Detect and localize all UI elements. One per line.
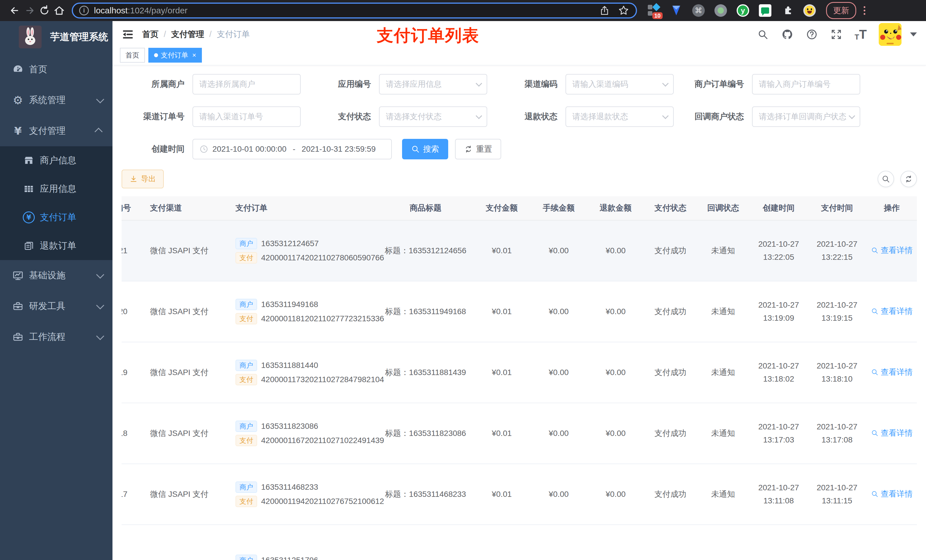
search-icon[interactable] (757, 28, 769, 41)
browser-back-button[interactable] (8, 3, 22, 18)
sidebar: 芋道管理系统 首页 ⚙ 系统管理 ¥ 支付管理 (0, 21, 112, 560)
merchant-tag: 商户 (236, 238, 257, 249)
cell-title: 标题：1635311949168 (378, 281, 473, 342)
tag-close-icon[interactable]: × (192, 51, 196, 59)
merchant-select[interactable] (192, 74, 301, 95)
table-row: 20 微信 JSAPI 支付 商户 1635311949168 支付 42000… (122, 281, 917, 342)
extensions-puzzle-icon[interactable] (781, 4, 794, 17)
chat-extension-icon[interactable] (758, 4, 772, 17)
sidebar-item-workflow[interactable]: 工作流程 (0, 322, 112, 352)
chevron-down-icon (849, 112, 855, 119)
browser-update-button[interactable]: 更新 (826, 2, 856, 19)
breadcrumb-pay-management[interactable]: 支付管理 (171, 29, 204, 40)
command-extension-icon[interactable]: ⌘ (691, 4, 705, 17)
sidebar-item-pay-order[interactable]: ¥ 支付订单 (0, 203, 112, 232)
filter-label-app: 应用编号 (312, 78, 379, 90)
refund-status-select[interactable]: 请选择退款状态 (566, 106, 674, 127)
merchant-order-no: 1635311881440 (261, 361, 318, 370)
export-button[interactable]: 导出 (122, 170, 164, 189)
recorder-extension-icon[interactable] (714, 4, 728, 17)
search-button[interactable]: 搜索 (402, 139, 448, 159)
grid-icon (22, 183, 35, 195)
show-search-button[interactable] (878, 171, 894, 187)
breadcrumb-separator: / (209, 30, 212, 39)
channel-code-select[interactable]: 请输入渠道编码 (566, 74, 674, 95)
browser-forward-button[interactable] (22, 3, 37, 18)
cell-actions: 查看详情 (866, 220, 917, 281)
page-annotation-title: 支付订单列表 (377, 24, 479, 47)
sidebar-item-payment[interactable]: ¥ 支付管理 (0, 116, 112, 146)
tag-home[interactable]: 首页 (120, 48, 145, 63)
sidebar-logo-row[interactable]: 芋道管理系统 (0, 21, 112, 53)
profile-emoji-icon[interactable] (803, 4, 816, 17)
col-status: 支付状态 (644, 196, 697, 220)
help-icon[interactable] (805, 28, 818, 41)
site-info-icon[interactable]: i (79, 6, 89, 15)
cell-refund: ¥0.00 (587, 464, 644, 525)
cell-id: 20 (122, 281, 144, 342)
kite-extension-icon[interactable] (669, 4, 683, 17)
browser-menu-icon[interactable] (864, 6, 865, 15)
search-icon (871, 308, 878, 315)
cell-pay-order: 商户 1635311823086 支付 42000011672021102710… (230, 403, 378, 464)
refresh-table-button[interactable] (900, 171, 917, 187)
col-channel: 支付渠道 (144, 196, 230, 220)
tag-pay-order[interactable]: 支付订单 × (148, 48, 202, 63)
table-row: 21 微信 JSAPI 支付 商户 1635312124657 支付 42000… (122, 220, 917, 281)
reset-button[interactable]: 重置 (455, 139, 501, 159)
sidebar-item-dev-tools[interactable]: 研发工具 (0, 291, 112, 322)
view-detail-link[interactable]: 查看详情 (871, 306, 912, 317)
breadcrumb-separator: / (164, 30, 166, 39)
notify-status-select[interactable]: 请选择订单回调商户状态 (752, 106, 860, 127)
merchant-order-no-input[interactable] (759, 80, 853, 89)
cell-status: 支付成功 (644, 281, 697, 342)
view-detail-link[interactable]: 查看详情 (871, 367, 912, 377)
date-separator: - (293, 145, 295, 154)
merchant-tag: 商户 (236, 360, 257, 371)
cell-title: 标题：1635312124656 (378, 220, 473, 281)
cell-notify: 未通知 (697, 403, 749, 464)
sidebar-item-infrastructure[interactable]: 基础设施 (0, 260, 112, 291)
merchant-order-no-field[interactable] (752, 74, 860, 95)
col-created: 创建时间 (749, 196, 808, 220)
view-detail-link[interactable]: 查看详情 (871, 489, 912, 500)
font-size-icon[interactable]: TT (855, 28, 867, 41)
bookmark-star-icon[interactable] (617, 5, 629, 17)
pay-status-select[interactable]: 请选择支付状态 (379, 106, 487, 127)
cell-channel: 微信 JSAPI 支付 (144, 464, 230, 525)
view-detail-link[interactable]: 查看详情 (871, 428, 912, 438)
cell-amount: ¥0.01 (473, 403, 530, 464)
toolbox-icon (11, 300, 24, 313)
y-extension-icon[interactable]: y (736, 4, 750, 17)
merchant-tag: 商户 (236, 421, 257, 432)
view-detail-link[interactable]: 查看详情 (871, 245, 912, 256)
breadcrumb-home[interactable]: 首页 (142, 29, 159, 40)
app-select[interactable]: 请选择应用信息 (379, 74, 487, 95)
search-icon (871, 429, 878, 437)
date-range-picker[interactable]: 2021-10-01 00:00:00 - 2021-10-31 23:59:5… (192, 139, 392, 159)
cell-notify: 未通知 (697, 464, 749, 525)
address-bar[interactable]: i localhost:1024/pay/order (72, 3, 637, 18)
cell-id: 17 (122, 464, 144, 525)
fullscreen-icon[interactable] (830, 28, 843, 41)
merchant-order-no: 1635312124657 (261, 239, 319, 248)
channel-order-no-field[interactable] (192, 106, 301, 127)
sidebar-item-home[interactable]: 首页 (0, 54, 112, 85)
share-icon[interactable] (599, 5, 610, 16)
sidebar-item-refund-order[interactable]: 退款订单 (0, 232, 112, 260)
sidebar-item-merchant-info[interactable]: 商户信息 (0, 146, 112, 175)
avatar[interactable] (879, 23, 902, 46)
sidebar-collapse-icon[interactable] (122, 28, 134, 41)
merchant-input[interactable] (199, 80, 294, 89)
avatar-caret-icon[interactable] (910, 32, 917, 36)
sidebar-item-system[interactable]: ⚙ 系统管理 (0, 85, 112, 116)
browser-reload-button[interactable] (37, 3, 52, 18)
channel-order-no-input[interactable] (199, 112, 294, 121)
tag-manager-extension-icon[interactable]: 10 (647, 4, 661, 17)
sidebar-item-app-info[interactable]: 应用信息 (0, 175, 112, 203)
browser-home-button[interactable] (52, 3, 67, 18)
extension-badge: 10 (652, 12, 663, 19)
github-icon[interactable] (781, 28, 794, 41)
cell-fee: ¥0.00 (530, 220, 587, 281)
chevron-down-icon (662, 112, 669, 119)
